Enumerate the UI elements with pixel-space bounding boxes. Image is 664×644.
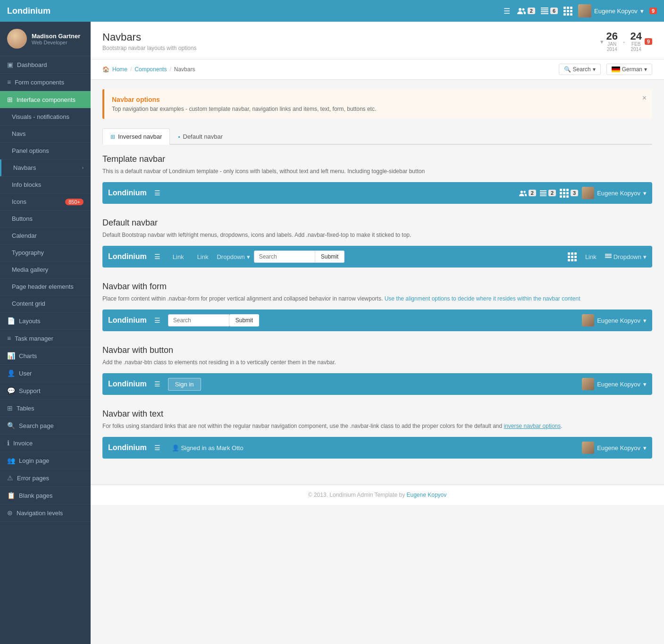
demo-default-dropdown[interactable]: Dropdown ▾ — [217, 253, 250, 260]
section-template-title: Template navbar — [102, 154, 652, 164]
demo-template-list[interactable]: 2 — [540, 190, 556, 196]
section-text-desc: For folks using standard links that are … — [102, 422, 652, 430]
demo-default-link2[interactable]: Link — [193, 253, 213, 260]
blank-icon: 📋 — [7, 492, 15, 499]
footer-author-link[interactable]: Eugene Kopyov — [407, 492, 447, 498]
sidebar-item-panel[interactable]: Panel options — [0, 142, 91, 159]
sidebar-item-navbars[interactable]: Navbars › — [0, 159, 91, 176]
demo-default-search-input[interactable] — [254, 251, 315, 263]
app-brand[interactable]: Londinium — [7, 6, 504, 16]
sidebar-item-errors[interactable]: ⚠ Error pages — [0, 469, 91, 487]
demo-default-right-link[interactable]: Link — [580, 253, 601, 260]
search-breadcrumb-label: Search — [573, 66, 591, 73]
sidebar-item-task-manager[interactable]: ≡ Task manager — [0, 330, 91, 347]
header-list-badge[interactable]: 6 — [541, 8, 558, 14]
section-text-desc-link[interactable]: inverse navbar options — [504, 423, 561, 429]
date-from: 26 JAN 2014 — [606, 31, 618, 52]
demo-form-search-input[interactable] — [168, 314, 229, 326]
demo-form-user[interactable]: Eugene Kopyov ▾ — [582, 314, 647, 326]
sidebar-item-tables[interactable]: ⊞ Tables — [0, 400, 91, 417]
sidebar-item-navs[interactable]: Navs — [0, 125, 91, 142]
sidebar-item-login[interactable]: 👥 Login page — [0, 452, 91, 469]
sidebar-item-content-grid[interactable]: Content grid — [0, 295, 91, 312]
title-area: Navbars Bootstrap navbar layouts with op… — [102, 31, 196, 51]
svg-rect-10 — [540, 193, 546, 194]
header-grid-icon[interactable] — [563, 7, 572, 16]
search-nav-icon: 🔍 — [7, 422, 15, 429]
demo-form-menu-icon[interactable]: ☰ — [151, 314, 164, 327]
sidebar-item-user[interactable]: 👤 User — [0, 365, 91, 382]
sidebar-item-nav-levels[interactable]: ⊛ Navigation levels — [0, 504, 91, 522]
date-range: ▾ 26 JAN 2014 - 24 FEB 2014 9 — [600, 31, 652, 52]
sidebar-item-typography[interactable]: Typography — [0, 244, 91, 261]
section-default-navbar: Default navbar Default Bootstrap navbar … — [102, 218, 652, 268]
section-form-navbar: Navbar with form Place form content with… — [102, 282, 652, 331]
demo-default-menu-icon[interactable]: ☰ — [151, 250, 164, 263]
sidebar-item-search[interactable]: 🔍 Search page — [0, 417, 91, 435]
task-icon: ≡ — [7, 335, 11, 342]
search-breadcrumb-button[interactable]: 🔍 Search ▾ — [559, 64, 601, 75]
breadcrumb-bar: 🏠 Home / Components / Navbars 🔍 Search ▾… — [91, 59, 664, 80]
language-button[interactable]: German ▾ — [606, 64, 652, 75]
menu-icon[interactable]: ☰ — [504, 7, 510, 16]
sidebar-item-visuals[interactable]: Visuals - notifications — [0, 109, 91, 125]
demo-form-submit-button[interactable]: Submit — [229, 314, 259, 326]
demo-text-menu-icon[interactable]: ☰ — [151, 441, 164, 454]
sidebar-item-blank[interactable]: 📋 Blank pages — [0, 487, 91, 504]
breadcrumb-components[interactable]: Components — [134, 66, 167, 73]
demo-list-icon — [540, 190, 546, 196]
tab-default-navbar[interactable]: ▪ Default navbar — [170, 128, 231, 145]
alert-text: Top navigation bar examples - custom tem… — [112, 106, 645, 112]
breadcrumb-sep1: / — [130, 66, 132, 73]
demo-default-link1[interactable]: Link — [168, 253, 189, 260]
sidebar-label-navs: Navs — [12, 130, 26, 137]
sidebar-item-icons[interactable]: Icons 850+ — [0, 193, 91, 210]
section-template-navbar: Template navbar This is a default navbar… — [102, 154, 652, 204]
sidebar-item-form-components[interactable]: ≡ Form components — [0, 74, 91, 91]
demo-users-icon — [519, 190, 527, 196]
sidebar-item-invoice[interactable]: ℹ Invoice — [0, 435, 91, 452]
section-button-title: Navbar with button — [102, 345, 652, 355]
demo-form-search-group: Submit — [168, 314, 259, 326]
page-footer: © 2013. Londinium Admin Template by Euge… — [91, 485, 664, 505]
header-users-badge[interactable]: 2 — [517, 8, 535, 14]
demo-button-user[interactable]: Eugene Kopyov ▾ — [582, 378, 647, 390]
demo-default-grid-icon[interactable] — [568, 252, 577, 261]
demo-template-menu-icon[interactable]: ☰ — [151, 186, 164, 200]
sidebar-item-media-gallery[interactable]: Media gallery — [0, 261, 91, 278]
sidebar-item-info-blocks[interactable]: Info blocks — [0, 176, 91, 193]
demo-template-grid[interactable]: 3 — [560, 189, 578, 198]
demo-right-dropdown-chevron: ▾ — [643, 253, 647, 260]
sidebar-item-interface-components[interactable]: ⊞ Interface components — [0, 91, 91, 109]
sidebar-item-page-header[interactable]: Page header elements — [0, 278, 91, 295]
demo-template-users[interactable]: 2 — [519, 190, 536, 196]
tab-inversed-navbar[interactable]: ⊞ Inversed navbar — [102, 128, 170, 145]
invoice-icon: ℹ — [7, 439, 9, 447]
sidebar-item-layouts[interactable]: 📄 Layouts — [0, 312, 91, 330]
alert-close-button[interactable]: × — [642, 94, 647, 102]
sidebar-item-support[interactable]: 💬 Support — [0, 382, 91, 400]
sidebar-item-calendar[interactable]: Calendar — [0, 227, 91, 244]
demo-default-submit-button[interactable]: Submit — [315, 251, 345, 263]
icons-badge: 850+ — [65, 199, 84, 205]
section-button-desc: Add the .navbar-btn class to elements no… — [102, 358, 652, 367]
sidebar-item-buttons[interactable]: Buttons — [0, 210, 91, 227]
demo-button-menu-icon[interactable]: ☰ — [151, 377, 164, 391]
sidebar-item-charts[interactable]: 📊 Charts — [0, 347, 91, 365]
layout: Madison Gartner Web Developer ▣ Dashboar… — [0, 22, 664, 644]
demo-grid-icon — [560, 189, 569, 198]
sidebar-label-page-header: Page header elements — [12, 283, 74, 290]
user-menu[interactable]: Eugene Kopyov ▾ — [578, 4, 644, 17]
demo-template-badge3: 3 — [571, 190, 578, 196]
demo-default-brand: Londinium — [108, 252, 147, 261]
demo-button-signin-button[interactable]: Sign in — [168, 378, 201, 391]
breadcrumb-home[interactable]: Home — [112, 66, 127, 73]
demo-default-right-dropdown[interactable]: Dropdown ▾ — [605, 253, 647, 260]
demo-template-user[interactable]: Eugene Kopyov ▾ — [582, 187, 647, 199]
sidebar-user: Madison Gartner Web Developer — [0, 22, 91, 56]
sidebar-label-login: Login page — [19, 457, 49, 464]
demo-text-user[interactable]: Eugene Kopyov ▾ — [582, 442, 647, 454]
sidebar-item-dashboard[interactable]: ▣ Dashboard — [0, 56, 91, 74]
svg-rect-13 — [605, 255, 612, 256]
sidebar-label-layouts: Layouts — [19, 318, 41, 325]
